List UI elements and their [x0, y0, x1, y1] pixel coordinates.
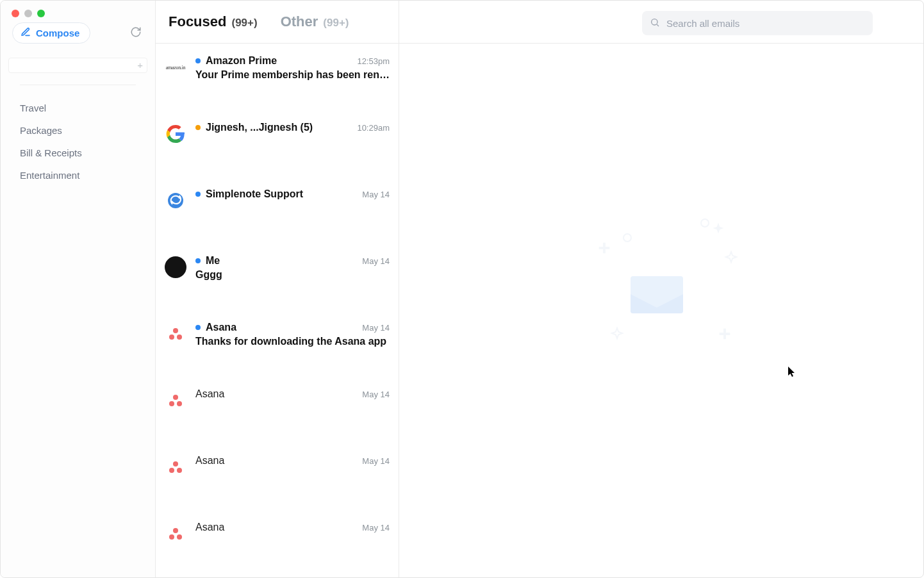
tab-other-count: (99+): [323, 17, 349, 29]
message-time: May 14: [362, 323, 390, 333]
message-time: 12:53pm: [357, 56, 390, 66]
add-account-icon[interactable]: +: [137, 60, 143, 70]
pencil-icon: [21, 27, 31, 39]
unread-dot-icon: [195, 192, 201, 197]
message-time: 10:29am: [357, 123, 390, 133]
message-row[interactable]: Me May 14 Gggg: [156, 244, 399, 310]
message-row[interactable]: Asana May 14 Thanks for downloading the …: [156, 310, 399, 377]
window-minimize-button[interactable]: [24, 10, 32, 17]
svg-rect-4: [599, 247, 610, 249]
compose-label: Compose: [36, 28, 79, 38]
tab-focused-count: (99+): [231, 17, 257, 29]
tab-other-label: Other: [281, 13, 318, 30]
avatar: [165, 456, 186, 478]
avatar: [165, 323, 186, 345]
avatar: [165, 390, 186, 411]
content-panel: [399, 1, 923, 577]
window-maximize-button[interactable]: [37, 10, 45, 17]
message-list-panel: Focused (99+) Other (99+) amazon.in: [156, 1, 399, 577]
folder-list: Travel Packages Bill & Receipts Entertai…: [1, 97, 155, 186]
divider: [20, 85, 136, 85]
message-subject: Your Prime membership has been ren…: [195, 69, 390, 81]
message-row[interactable]: Asana May 14: [156, 377, 399, 443]
message-row[interactable]: Jignesh, ...Jignesh (5) 10:29am: [156, 110, 399, 177]
decorative-circle-icon: [623, 233, 632, 242]
avatar: [165, 523, 186, 545]
refresh-icon: [130, 26, 142, 40]
asana-icon: [169, 528, 182, 540]
asana-icon: [169, 461, 182, 473]
message-row[interactable]: Simplenote Support May 14: [156, 177, 399, 244]
tab-focused[interactable]: Focused (99+): [169, 13, 258, 30]
star-icon: [711, 222, 725, 238]
tab-focused-label: Focused: [169, 13, 226, 30]
message-subject: Thanks for downloading the Asana app: [195, 336, 390, 347]
sidebar: Compose + Travel Packages Bill & Receipt…: [1, 1, 156, 577]
message-sender: Me: [206, 255, 357, 267]
unread-dot-icon: [195, 258, 201, 263]
message-row[interactable]: Asana May 14: [156, 443, 399, 510]
message-time: May 14: [362, 256, 390, 266]
window-close-button[interactable]: [12, 10, 19, 17]
sidebar-item-packages[interactable]: Packages: [20, 119, 155, 142]
message-sender: Asana: [195, 388, 357, 400]
message-time: May 14: [362, 190, 390, 199]
sidebar-item-entertainment[interactable]: Entertainment: [20, 164, 155, 186]
message-sender: Simplenote Support: [206, 188, 357, 200]
star-icon: [610, 327, 624, 343]
message-sender: Asana: [206, 322, 357, 333]
message-time: May 14: [362, 523, 390, 533]
sidebar-item-travel[interactable]: Travel: [20, 97, 155, 119]
refresh-button[interactable]: [127, 24, 145, 42]
mouse-cursor-icon: [788, 366, 796, 377]
message-subject: Gggg: [195, 269, 390, 281]
message-sender: Asana: [195, 455, 357, 467]
message-sender: Amazon Prime: [206, 55, 352, 67]
message-row[interactable]: Asana May 14: [156, 510, 399, 577]
message-list[interactable]: amazon.in Amazon Prime 12:53pm Your Prim…: [156, 44, 399, 577]
avatar: [165, 123, 186, 145]
avatar: amazon.in: [165, 56, 186, 78]
envelope-icon: [631, 276, 683, 313]
empty-state-illustration: [578, 215, 745, 363]
message-row[interactable]: amazon.in Amazon Prime 12:53pm Your Prim…: [156, 44, 399, 110]
message-time: May 14: [362, 390, 390, 399]
unread-dot-icon: [195, 325, 201, 330]
message-sender: Asana: [195, 522, 357, 533]
star-icon: [724, 251, 738, 267]
message-sender: Jignesh, ...Jignesh (5): [206, 122, 352, 133]
sidebar-item-bill-receipts[interactable]: Bill & Receipts: [20, 142, 155, 164]
account-selector[interactable]: +: [8, 58, 147, 73]
tab-other[interactable]: Other (99+): [281, 13, 349, 30]
unread-dot-icon: [195, 58, 201, 63]
unread-dot-icon: [195, 125, 201, 130]
asana-icon: [169, 328, 182, 340]
plus-icon: [597, 241, 611, 258]
decorative-circle-icon: [700, 219, 709, 227]
avatar: [165, 190, 186, 211]
plus-icon: [718, 327, 732, 343]
avatar: [165, 256, 186, 278]
message-time: May 14: [362, 456, 390, 466]
svg-rect-6: [720, 333, 730, 335]
compose-button[interactable]: Compose: [12, 22, 90, 44]
asana-icon: [169, 395, 182, 406]
window-controls: [12, 10, 45, 17]
